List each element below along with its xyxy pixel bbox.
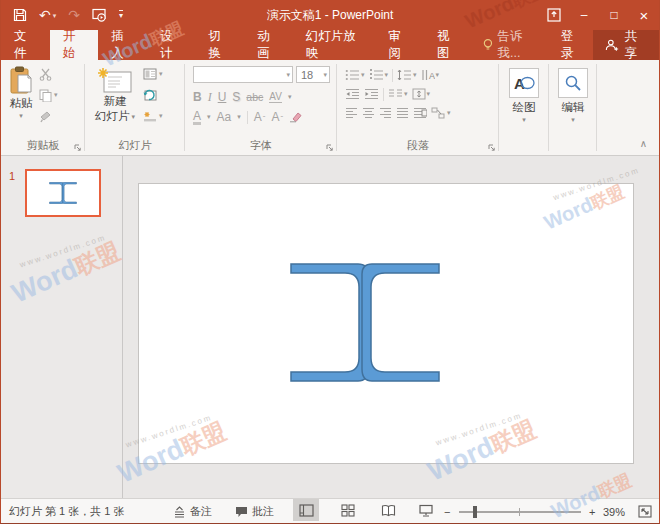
tab-animations[interactable]: 动画 bbox=[244, 30, 293, 60]
zoom-level[interactable]: 39% bbox=[603, 499, 625, 524]
notes-button[interactable]: 备注 bbox=[173, 499, 212, 524]
character-spacing-button[interactable]: AV bbox=[269, 92, 282, 103]
align-right-button[interactable] bbox=[379, 107, 392, 119]
zoom-slider-tick bbox=[519, 508, 520, 516]
underline-button[interactable]: U bbox=[218, 91, 227, 103]
undo-icon[interactable]: ↶▾ bbox=[35, 6, 60, 24]
slide-sorter-view-button[interactable] bbox=[335, 499, 361, 521]
slide-counter: 幻灯片 第 1 张，共 1 张 bbox=[9, 499, 125, 524]
minimize-icon[interactable]: – bbox=[569, 0, 599, 30]
bullets-button[interactable]: ▾ bbox=[345, 69, 365, 81]
half-frame-shapes[interactable] bbox=[289, 262, 441, 383]
convert-smartart-button[interactable]: ▾ bbox=[431, 107, 451, 119]
editing-menu-button[interactable]: 编辑 ▾ bbox=[549, 68, 597, 124]
customize-qat-icon[interactable]: ▾ bbox=[115, 8, 127, 22]
share-label: 共享 bbox=[625, 28, 647, 62]
text-direction-button[interactable]: A ▾ bbox=[421, 69, 440, 81]
tell-me-box[interactable]: 告诉我... bbox=[473, 30, 551, 60]
slide-thumbnail-1[interactable] bbox=[25, 169, 101, 217]
section-icon bbox=[143, 110, 157, 122]
columns-button[interactable]: ▾ bbox=[388, 88, 408, 100]
font-name-combobox[interactable]: ▾ bbox=[193, 66, 293, 83]
font-size-combobox[interactable]: 18▾ bbox=[296, 66, 330, 83]
cut-button[interactable] bbox=[39, 66, 58, 82]
increase-indent-button[interactable] bbox=[364, 88, 379, 100]
paragraph-dialog-launcher-icon[interactable] bbox=[488, 144, 496, 152]
save-icon[interactable] bbox=[9, 6, 31, 24]
font-dialog-launcher-icon[interactable] bbox=[326, 144, 334, 152]
scissors-icon bbox=[39, 68, 52, 81]
redo-icon[interactable]: ↷ bbox=[64, 6, 84, 24]
strikethrough-button[interactable]: abc bbox=[246, 92, 263, 103]
tab-insert[interactable]: 插入 bbox=[98, 30, 147, 60]
layout-button[interactable]: ▾ bbox=[143, 66, 163, 82]
group-font: ▾ 18▾ B I U S abc AV ▾ A ▾ Aa ▾ bbox=[185, 60, 337, 155]
normal-view-button[interactable] bbox=[293, 499, 319, 521]
fit-to-window-button[interactable] bbox=[638, 499, 652, 524]
italic-button[interactable]: I bbox=[208, 91, 212, 103]
tab-design[interactable]: 设计 bbox=[147, 30, 196, 60]
zoom-in-button[interactable]: + bbox=[589, 499, 595, 524]
zoom-out-button[interactable]: − bbox=[444, 499, 450, 524]
tab-transitions[interactable]: 切换 bbox=[196, 30, 245, 60]
group-clipboard: 粘贴 ▾ ▾ 剪贴板 bbox=[1, 60, 85, 155]
group-drawing: A 绘图 ▾ bbox=[499, 60, 549, 155]
paste-icon bbox=[9, 66, 33, 96]
slide-canvas[interactable] bbox=[138, 183, 634, 464]
group-editing: 编辑 ▾ bbox=[549, 60, 597, 155]
section-button[interactable]: ▾ bbox=[143, 108, 163, 124]
close-icon[interactable]: × bbox=[629, 0, 659, 30]
share-button[interactable]: 共享 bbox=[593, 30, 659, 60]
reset-slide-button[interactable] bbox=[143, 87, 163, 103]
drawing-menu-button[interactable]: A 绘图 ▾ bbox=[499, 68, 549, 124]
person-plus-icon bbox=[605, 38, 619, 52]
new-slide-icon bbox=[98, 68, 132, 94]
align-left-button[interactable] bbox=[345, 107, 358, 119]
copy-icon bbox=[39, 89, 52, 102]
sign-in-button[interactable]: 登录 bbox=[551, 30, 594, 60]
text-shadow-button[interactable]: S bbox=[232, 91, 240, 103]
new-slide-label-1: 新建 bbox=[104, 94, 127, 109]
font-color-button[interactable]: A bbox=[193, 110, 201, 125]
paste-label: 粘贴 bbox=[10, 96, 33, 111]
format-painter-button[interactable] bbox=[39, 108, 58, 124]
editing-label: 编辑 bbox=[562, 100, 585, 115]
change-case-button[interactable]: Aa bbox=[217, 111, 232, 123]
status-bar: 幻灯片 第 1 张，共 1 张 备注 批注 − + 39% bbox=[1, 498, 659, 524]
justify-button[interactable] bbox=[396, 107, 409, 119]
thumbnail-shape bbox=[49, 182, 77, 204]
tell-me-label: 告诉我... bbox=[498, 28, 541, 62]
zoom-slider[interactable] bbox=[459, 511, 581, 513]
numbering-button[interactable]: ▾ bbox=[369, 69, 389, 81]
increase-font-size-button[interactable]: Aˆ bbox=[254, 111, 266, 123]
clipboard-dialog-launcher-icon[interactable] bbox=[74, 144, 82, 152]
maximize-icon[interactable]: □ bbox=[599, 0, 629, 30]
tab-home[interactable]: 开始 bbox=[50, 30, 99, 60]
tab-file[interactable]: 文件 bbox=[1, 30, 50, 60]
tab-slideshow[interactable]: 幻灯片放映 bbox=[293, 30, 376, 60]
start-slideshow-icon[interactable] bbox=[88, 6, 111, 24]
slideshow-view-button[interactable] bbox=[413, 499, 439, 521]
line-spacing-button[interactable]: ▾ bbox=[397, 69, 417, 81]
tab-view[interactable]: 视图 bbox=[424, 30, 473, 60]
ribbon-tabs: 文件 开始 插入 设计 切换 动画 幻灯片放映 审阅 视图 告诉我... 登录 … bbox=[1, 30, 659, 60]
collapse-ribbon-icon[interactable]: ∧ bbox=[640, 138, 647, 149]
reading-view-button[interactable] bbox=[375, 499, 401, 521]
bold-button[interactable]: B bbox=[193, 91, 202, 103]
comments-button[interactable]: 批注 bbox=[235, 499, 274, 524]
zoom-slider-handle[interactable] bbox=[473, 506, 477, 518]
slide-layout-icon bbox=[143, 68, 157, 80]
slide-thumbnail-panel[interactable]: 1 bbox=[1, 156, 123, 498]
copy-button[interactable]: ▾ bbox=[39, 87, 58, 103]
ribbon-home: 粘贴 ▾ ▾ 剪贴板 bbox=[1, 60, 659, 156]
decrease-font-size-button[interactable]: Aˇ bbox=[271, 111, 283, 123]
tab-review[interactable]: 审阅 bbox=[375, 30, 424, 60]
window-controls: – □ × bbox=[539, 0, 659, 30]
ribbon-display-options-icon[interactable] bbox=[539, 0, 569, 30]
align-text-button[interactable]: ▾ bbox=[412, 88, 431, 100]
clear-formatting-icon[interactable] bbox=[289, 111, 302, 123]
divider bbox=[247, 111, 248, 124]
align-center-button[interactable] bbox=[362, 107, 375, 119]
decrease-indent-button[interactable] bbox=[345, 88, 360, 100]
distribute-button[interactable] bbox=[413, 107, 427, 119]
